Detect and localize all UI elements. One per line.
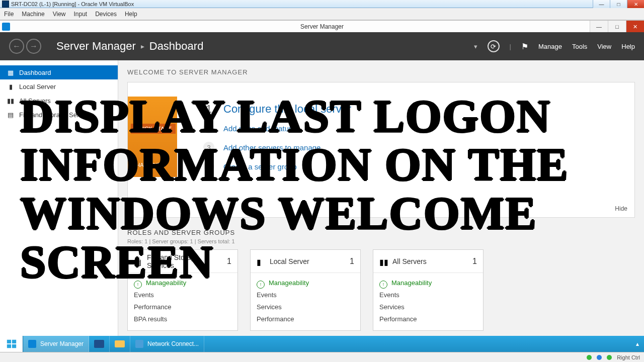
- server-icon: ▮: [7, 83, 14, 90]
- sidebar-item-label: All Servers: [19, 97, 51, 105]
- vb-menu-help[interactable]: Help: [125, 11, 137, 18]
- storage-icon: ▤: [7, 111, 14, 118]
- tile-count: 1: [350, 257, 354, 266]
- system-tray[interactable]: ▴: [631, 336, 644, 352]
- taskbar-explorer[interactable]: [110, 336, 130, 352]
- sidebar-item-all-servers[interactable]: ▮▮ All Servers: [0, 94, 118, 108]
- tile-count: 1: [472, 257, 477, 266]
- sidebar-item-label: Dashboard: [19, 69, 51, 76]
- sm-close-button[interactable]: ✕: [626, 21, 644, 33]
- breadcrumb: Server Manager ▸ Dashboard: [56, 40, 203, 53]
- add-servers-link[interactable]: Add other servers to manage: [223, 143, 320, 152]
- vb-menu-machine[interactable]: Machine: [22, 11, 44, 18]
- breadcrumb-root[interactable]: Server Manager: [56, 40, 136, 53]
- tile-row[interactable]: Performance: [134, 301, 231, 313]
- tile-row[interactable]: Events: [134, 289, 231, 301]
- tile-row[interactable]: Services: [379, 301, 477, 313]
- server-manager-taskbar-icon: [28, 340, 36, 348]
- vb-status-led-icon: [607, 355, 612, 360]
- vb-status-led-icon: [597, 355, 602, 360]
- server-manager-titlebar: Server Manager — □ ✕: [0, 20, 644, 32]
- server-manager-icon: [2, 23, 10, 31]
- create-server-group-link[interactable]: Create a server group: [223, 162, 297, 171]
- welcome-link-row: 1 Configure this local server: [203, 100, 634, 119]
- vb-menu-view[interactable]: View: [53, 11, 66, 18]
- quick-start-column: QUICK START WHAT'S NEW: [128, 92, 178, 217]
- tile-row-manageability[interactable]: ↑Manageability: [379, 277, 477, 289]
- host-key-label: Right Ctrl: [617, 354, 640, 360]
- hide-welcome-link[interactable]: Hide: [615, 205, 627, 212]
- virtualbox-minimize-button[interactable]: —: [593, 0, 610, 8]
- notifications-flag-icon[interactable]: ⚑: [521, 42, 528, 51]
- tile-title: Local Server: [270, 257, 345, 265]
- tile-row-manageability[interactable]: ↑Manageability: [257, 277, 354, 289]
- tile-row[interactable]: Events: [379, 289, 477, 301]
- server-manager-title-text: Server Manager: [300, 23, 344, 30]
- welcome-link-row: 4 Create a server group: [203, 157, 634, 176]
- tile-title: All Servers: [392, 257, 467, 265]
- tile-row[interactable]: Performance: [257, 313, 354, 325]
- storage-icon: ▤: [134, 257, 142, 265]
- refresh-button[interactable]: ⟳: [488, 40, 500, 52]
- sidebar-item-local-server[interactable]: ▮ Local Server: [0, 79, 118, 94]
- tile-row[interactable]: BPA results: [134, 313, 231, 325]
- virtualbox-menubar: File Machine View Input Devices Help: [0, 8, 644, 20]
- menu-help[interactable]: Help: [621, 43, 635, 50]
- nav-forward-button[interactable]: →: [26, 39, 41, 54]
- menu-view[interactable]: View: [597, 43, 611, 50]
- header-divider: |: [510, 43, 511, 50]
- welcome-panel: QUICK START WHAT'S NEW 1 Configure this …: [127, 82, 635, 218]
- tray-chevron-icon[interactable]: ▴: [636, 340, 639, 347]
- virtualbox-close-button[interactable]: ✕: [627, 0, 644, 8]
- sidebar: ▦ Dashboard ▮ Local Server ▮▮ All Server…: [0, 60, 118, 336]
- virtualbox-icon: [2, 1, 9, 8]
- step-number: 4: [203, 161, 214, 172]
- tile-file-storage[interactable]: ▤ File and Storage Services 1 ↑Manageabi…: [127, 249, 238, 331]
- groups-heading: ROLES AND SERVER GROUPS: [127, 229, 635, 236]
- taskbar-server-manager[interactable]: Server Manager: [23, 336, 89, 352]
- sidebar-item-label: Local Server: [19, 83, 56, 90]
- welcome-link-row: 3 Add other servers to manage: [203, 138, 634, 157]
- menu-manage[interactable]: Manage: [538, 43, 562, 50]
- sidebar-item-dashboard[interactable]: ▦ Dashboard: [0, 65, 118, 79]
- virtualbox-statusbar: Right Ctrl: [0, 352, 644, 362]
- svg-rect-3: [12, 344, 16, 348]
- vb-menu-file[interactable]: File: [4, 11, 14, 18]
- add-roles-link[interactable]: Add roles and features: [223, 124, 299, 133]
- vb-menu-input[interactable]: Input: [74, 11, 88, 18]
- sm-maximize-button[interactable]: □: [608, 21, 626, 33]
- header-right-controls: ▾ ⟳ | ⚑ Manage Tools View Help: [474, 40, 635, 52]
- servers-icon: ▮▮: [379, 257, 387, 265]
- virtualbox-window-controls: — □ ✕: [593, 0, 644, 8]
- tile-count: 1: [227, 257, 231, 266]
- sm-minimize-button[interactable]: —: [590, 21, 608, 33]
- welcome-link-row: 2 Add roles and features: [203, 119, 634, 138]
- tile-row-manageability[interactable]: ↑Manageability: [134, 277, 231, 289]
- taskbar-network-connect[interactable]: Network Connect...: [130, 336, 204, 352]
- tile-local-server[interactable]: ▮ Local Server 1 ↑Manageability Events S…: [250, 249, 361, 331]
- virtualbox-maximize-button[interactable]: □: [610, 0, 627, 8]
- server-manager-body: ▦ Dashboard ▮ Local Server ▮▮ All Server…: [0, 60, 644, 336]
- nav-back-button[interactable]: ←: [9, 39, 24, 54]
- welcome-links: 1 Configure this local server 2 Add role…: [178, 92, 634, 217]
- svg-rect-0: [7, 340, 11, 343]
- taskbar-powershell[interactable]: [89, 336, 110, 352]
- vb-menu-devices[interactable]: Devices: [95, 11, 117, 18]
- servers-icon: ▮▮: [7, 97, 14, 104]
- start-button[interactable]: [0, 336, 23, 352]
- tile-all-servers[interactable]: ▮▮ All Servers 1 ↑Manageability Events S…: [373, 249, 484, 331]
- server-manager-window-controls: — □ ✕: [590, 21, 644, 33]
- dashboard-icon: ▦: [7, 69, 14, 76]
- tile-row[interactable]: Events: [257, 289, 354, 301]
- header-dropdown-icon[interactable]: ▾: [474, 43, 477, 50]
- menu-tools[interactable]: Tools: [572, 43, 587, 50]
- tile-row[interactable]: Services: [257, 301, 354, 313]
- configure-local-server-link[interactable]: Configure this local server: [223, 103, 351, 116]
- folder-icon: [115, 340, 125, 347]
- tile-row[interactable]: Performance: [379, 313, 477, 325]
- welcome-heading: WELCOME TO SERVER MANAGER: [127, 68, 635, 76]
- sidebar-item-file-storage[interactable]: ▤ File and Storage Services: [0, 108, 118, 122]
- vb-status-led-icon: [587, 355, 592, 360]
- step-number: 2: [203, 123, 214, 134]
- powershell-icon: [94, 340, 104, 348]
